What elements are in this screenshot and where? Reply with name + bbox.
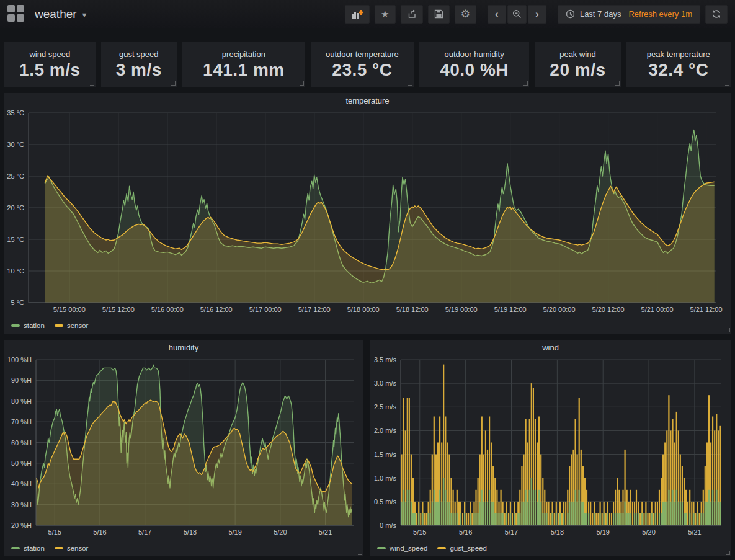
time-picker-button[interactable]: Last 7 days Refresh every 1m xyxy=(558,5,700,24)
svg-text:5/19: 5/19 xyxy=(228,528,241,536)
refresh-button[interactable] xyxy=(705,5,728,24)
legend-item-wind_speed[interactable]: wind_speed xyxy=(377,544,427,552)
panel-resize-handle[interactable] xyxy=(523,81,528,86)
stat-value: 1.5 m/s xyxy=(19,60,80,80)
svg-text:5/18 00:00: 5/18 00:00 xyxy=(347,306,380,313)
panel-resize-handle[interactable] xyxy=(408,81,412,86)
share-button[interactable] xyxy=(401,5,423,24)
legend-item-station[interactable]: station xyxy=(11,322,45,329)
dashboard-title-dropdown[interactable]: weather ▼ xyxy=(35,7,88,21)
svg-text:5/21: 5/21 xyxy=(319,528,332,536)
stat-value: 20 m/s xyxy=(550,60,605,80)
stat-title: outdoor temperature xyxy=(326,50,399,59)
panel-humidity: humidity 20 %H30 %H40 %H50 %H60 %H70 %H8… xyxy=(4,340,363,556)
stats-row: wind speed 1.5 m/s gust speed 3 m/s prec… xyxy=(4,42,731,87)
stat-panel-gust-speed: gust speed 3 m/s xyxy=(101,42,177,87)
panel-resize-handle[interactable] xyxy=(726,551,730,555)
svg-text:5/17 00:00: 5/17 00:00 xyxy=(249,306,282,313)
svg-text:80 %H: 80 %H xyxy=(11,398,32,405)
svg-text:3.5 m/s: 3.5 m/s xyxy=(374,356,397,363)
humidity-legend: stationsensor xyxy=(4,540,363,556)
star-button[interactable]: ★ xyxy=(375,5,396,24)
humidity-chart[interactable]: 20 %H30 %H40 %H50 %H60 %H70 %H80 %H90 %H… xyxy=(4,355,363,540)
svg-text:1.0 m/s: 1.0 m/s xyxy=(374,474,397,482)
add-panel-button[interactable] xyxy=(345,5,370,24)
svg-text:5/16: 5/16 xyxy=(93,528,106,536)
svg-text:5/16: 5/16 xyxy=(459,528,472,536)
svg-text:70 %H: 70 %H xyxy=(11,418,32,425)
svg-text:5/18: 5/18 xyxy=(184,528,197,536)
legend-label: sensor xyxy=(67,322,89,329)
svg-text:5/18 12:00: 5/18 12:00 xyxy=(396,306,429,313)
time-forward-button[interactable]: › xyxy=(528,5,546,24)
logo-square xyxy=(17,14,24,22)
svg-text:5/17 12:00: 5/17 12:00 xyxy=(298,306,331,313)
svg-text:5/16 12:00: 5/16 12:00 xyxy=(200,306,233,313)
svg-text:5 °C: 5 °C xyxy=(11,299,24,306)
stat-value: 23.5 °C xyxy=(332,60,392,80)
stat-value: 32.4 °C xyxy=(648,60,708,80)
legend-label: wind_speed xyxy=(390,544,427,552)
svg-text:10 °C: 10 °C xyxy=(7,267,24,275)
temperature-legend: stationsensor xyxy=(4,318,731,334)
svg-text:5/19 00:00: 5/19 00:00 xyxy=(445,306,478,313)
svg-text:0 m/s: 0 m/s xyxy=(380,522,396,529)
panel-resize-handle[interactable] xyxy=(726,328,730,332)
zoom-out-button[interactable] xyxy=(507,5,527,24)
svg-text:5/15: 5/15 xyxy=(413,528,426,536)
panel-wind: wind 0 m/s0.5 m/s1.0 m/s1.5 m/s2.0 m/s2.… xyxy=(370,340,731,556)
svg-text:5/15: 5/15 xyxy=(48,528,61,536)
svg-text:5/19 12:00: 5/19 12:00 xyxy=(494,306,527,313)
panel-resize-handle[interactable] xyxy=(171,81,176,86)
panel-title-wind[interactable]: wind xyxy=(370,340,731,355)
legend-marker xyxy=(11,547,20,549)
panel-resize-handle[interactable] xyxy=(358,551,362,555)
stat-title: peak temperature xyxy=(647,50,710,59)
svg-text:5/21 00:00: 5/21 00:00 xyxy=(641,306,674,313)
legend-label: gust_speed xyxy=(450,544,486,552)
svg-text:5/20 00:00: 5/20 00:00 xyxy=(543,306,576,313)
grafana-logo[interactable] xyxy=(7,5,26,24)
stat-panel-outdoor-humidity: outdoor humidity 40.0 %H xyxy=(419,42,529,87)
time-nav-group: ‹ › xyxy=(488,5,546,24)
svg-text:5/15 00:00: 5/15 00:00 xyxy=(53,306,86,313)
save-icon xyxy=(434,9,443,19)
temperature-chart[interactable]: 5 °C10 °C15 °C20 °C25 °C30 °C35 °C5/15 0… xyxy=(4,108,731,318)
refresh-interval-label: Refresh every 1m xyxy=(628,9,692,19)
panel-title-humidity[interactable]: humidity xyxy=(4,340,363,355)
settings-button[interactable]: ⚙ xyxy=(455,5,476,24)
chevron-down-icon: ▼ xyxy=(81,11,88,19)
svg-text:5/20: 5/20 xyxy=(642,528,655,536)
time-back-button[interactable]: ‹ xyxy=(488,5,506,24)
svg-text:5/16 00:00: 5/16 00:00 xyxy=(151,306,184,313)
legend-label: sensor xyxy=(67,544,89,552)
chevron-left-icon: ‹ xyxy=(495,9,499,19)
svg-text:25 °C: 25 °C xyxy=(7,172,24,180)
panel-resize-handle[interactable] xyxy=(300,81,304,86)
save-button[interactable] xyxy=(428,5,450,24)
svg-text:1.5 m/s: 1.5 m/s xyxy=(374,451,397,458)
panel-resize-handle[interactable] xyxy=(615,81,620,86)
legend-label: station xyxy=(24,544,45,552)
legend-item-gust_speed[interactable]: gust_speed xyxy=(437,544,486,552)
chevron-right-icon: › xyxy=(535,9,539,19)
panel-resize-handle[interactable] xyxy=(725,81,729,86)
panel-title-temperature[interactable]: temperature xyxy=(4,93,731,108)
svg-text:5/21 12:00: 5/21 12:00 xyxy=(690,306,723,313)
stat-value: 40.0 %H xyxy=(440,60,509,80)
legend-item-sensor[interactable]: sensor xyxy=(55,544,89,552)
dashboard-content: wind speed 1.5 m/s gust speed 3 m/s prec… xyxy=(0,28,735,556)
legend-item-station[interactable]: station xyxy=(11,544,45,552)
wind-chart[interactable]: 0 m/s0.5 m/s1.0 m/s1.5 m/s2.0 m/s2.5 m/s… xyxy=(370,355,731,540)
svg-text:5/17: 5/17 xyxy=(505,528,518,536)
logo-square xyxy=(7,5,15,12)
gear-icon: ⚙ xyxy=(461,9,470,19)
stat-title: precipitation xyxy=(222,50,265,59)
stat-panel-peak-temperature: peak temperature 32.4 °C xyxy=(626,42,731,87)
stat-panel-peak-wind: peak wind 20 m/s xyxy=(535,42,620,87)
legend-item-sensor[interactable]: sensor xyxy=(55,322,89,329)
stat-title: gust speed xyxy=(119,50,159,59)
svg-text:100 %H: 100 %H xyxy=(7,356,32,363)
panel-resize-handle[interactable] xyxy=(90,81,94,86)
stat-title: peak wind xyxy=(559,50,596,59)
